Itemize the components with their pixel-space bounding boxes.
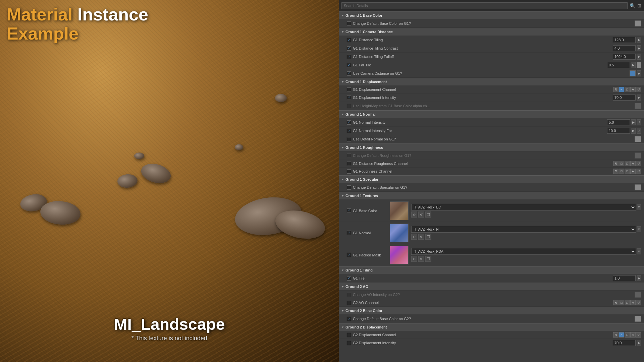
section-ground1-displacement[interactable]: ▼ Ground 1 Displacement [339,78,644,86]
section-ground1-textures[interactable]: ▼ Ground 1 Textures [339,192,644,200]
checkbox-g2-disp-int[interactable] [347,341,351,345]
ch-A[interactable]: A [630,87,636,92]
arrow-tex-g1-bc[interactable]: ▼ [637,204,641,210]
arrow-tex-g1-n[interactable]: ▼ [637,226,641,232]
ch-A-dr[interactable]: A [630,161,636,166]
checkbox-change-spec[interactable] [347,185,351,190]
checkbox-g1-pm-tex[interactable] [347,253,351,257]
ch-sq-g2d[interactable]: □ [625,332,630,338]
checkbox-g1-disp-ch[interactable] [347,87,351,92]
section-ground1-base-color[interactable]: ▼ Ground 1 Base Color [339,11,644,19]
ch-reset-g2d[interactable]: ↺ [636,332,641,338]
checkbox-g1-dist-contrast[interactable] [347,46,351,51]
ch-reset-r[interactable]: ↺ [636,169,641,174]
section-ground2-base-color[interactable]: ▼ Ground 2 Base Color [339,307,644,315]
ch-reset[interactable]: ↺ [636,87,641,92]
checkbox-g1-bc-tex[interactable] [347,208,351,213]
ch-sq-g2ao[interactable]: □ [619,300,624,305]
ch-check-g2d[interactable]: ✓ [619,332,624,338]
ch-sq2-dr[interactable]: □ [625,161,630,166]
checkbox-g2-ao-ch[interactable] [347,301,351,305]
toggle-use-cam-dist[interactable] [630,70,636,76]
texture-thumb-g1-pm[interactable] [390,246,409,264]
section-ground1-specular[interactable]: ▼ Ground 1 Specular [339,175,644,183]
checkbox-detail-norm[interactable] [347,137,351,141]
tex-browse-g1-bc[interactable]: ⊙ [411,212,417,218]
search-input[interactable] [341,2,628,9]
ch-sq2-r[interactable]: □ [625,169,630,174]
checkbox-change-rough[interactable] [347,154,351,158]
arrow-g1-norm-int[interactable]: ▶ [631,119,636,125]
tex-copy-g1-pm[interactable]: ❐ [425,256,431,262]
swatch-specular[interactable] [635,184,641,190]
ch-R-g2d[interactable]: R [613,332,619,338]
tex-browse-g1-n[interactable]: ⊙ [411,234,417,240]
input-g1-norm-int[interactable] [607,119,630,125]
arrow-tex-g1-pm[interactable]: ▼ [637,248,641,254]
arrow-g1-disp-int[interactable]: ▶ [637,95,641,101]
tex-reset-g1-pm[interactable]: ↺ [418,256,424,262]
ch-A-r[interactable]: A [630,169,636,174]
arrow-g1-dist-falloff[interactable]: ▶ [637,54,641,60]
texture-select-g1-bc[interactable]: T_ACZ_Rock_BC [411,204,636,210]
ch-reset-g2ao[interactable]: ↺ [636,300,641,305]
tex-copy-g1-bc[interactable]: ❐ [425,212,431,218]
texture-select-g1-pm[interactable]: T_ACZ_Rock_RDA [411,248,636,255]
ch-R-r[interactable]: R [613,169,619,174]
arrow-use-cam-dist[interactable]: ▶ [637,70,641,76]
swatch-ao-g2[interactable] [635,292,641,298]
ch-sq-r[interactable]: □ [619,169,624,174]
checkbox-g1-norm-int[interactable] [347,120,351,125]
swatch-roughness[interactable] [635,153,641,159]
texture-select-g1-n[interactable]: T_ACZ_Rock_N [411,226,636,233]
section-ground1-roughness[interactable]: ▼ Ground 1 Roughness [339,143,644,152]
ch-R-g2ao[interactable]: R [613,300,619,305]
checkbox-g1-disp-int[interactable] [347,96,351,100]
ch-check[interactable]: ✓ [619,87,624,92]
tex-browse-g1-pm[interactable]: ⊙ [411,256,417,262]
color-swatch-bc[interactable] [635,20,641,26]
tex-reset-g1-n[interactable]: ↺ [418,234,424,240]
checkbox-g1-dist-falloff[interactable] [347,55,351,59]
panel-content[interactable]: ▼ Ground 1 Base Color Change Default Bas… [339,11,644,362]
checkbox-rough-ch[interactable] [347,169,351,174]
arrow-g1-far-tile[interactable]: ▶ [631,62,636,68]
arrow-g1-tile[interactable]: ▶ [637,275,641,281]
texture-thumb-g1-n[interactable] [390,224,409,242]
swatch-detail-norm[interactable] [635,136,641,142]
ch-R-dr[interactable]: R [613,161,619,166]
input-g1-tile[interactable] [613,275,636,281]
ch-R[interactable]: R [613,87,619,92]
search-expand-icon[interactable]: ⊞ [637,3,641,8]
input-g1-dist-contrast[interactable] [613,45,636,51]
checkbox-g1-norm-far[interactable] [347,129,351,133]
ch-A-g2ao[interactable]: A [630,300,636,305]
checkbox-use-cam-dist[interactable] [347,71,351,76]
checkbox-change-ao-g27[interactable] [347,293,351,297]
input-g1-dist-tiling[interactable] [613,37,636,43]
swatch-bc-g2[interactable] [635,316,641,322]
section-ground1-camera-distance[interactable]: ▼ Ground 1 Camera Distance [339,28,644,36]
texture-thumb-g1-bc[interactable] [390,201,409,220]
ch-sq2-g2ao[interactable]: □ [625,300,630,305]
ch-reset-dr[interactable]: ↺ [636,161,641,166]
input-g2-disp-int[interactable] [613,340,636,346]
arrow-g2-disp-int[interactable]: ▶ [637,340,641,346]
checkbox-g1-tile[interactable] [347,276,351,281]
checkbox-g2-disp-ch[interactable] [347,333,351,337]
ch-sq-dr[interactable]: □ [619,161,624,166]
input-g1-far-tile[interactable] [607,62,630,68]
tex-copy-g1-n[interactable]: ❐ [425,234,431,240]
tex-reset-g1-bc[interactable]: ↺ [418,212,424,218]
section-ground2-ao[interactable]: ▼ Ground 2 AO [339,283,644,291]
section-ground1-normal[interactable]: ▼ Ground 1 Normal [339,110,644,118]
checkbox-g1-dist-tiling[interactable] [347,38,351,42]
swatch-heightmap[interactable] [635,103,641,109]
checkbox-heightmap[interactable] [347,104,351,108]
arrow-g1-norm-far[interactable]: ▶ [631,128,636,134]
swatch-g1-far-tile[interactable] [637,62,641,68]
ch-sq[interactable]: □ [625,87,630,92]
checkbox-dist-rough-ch[interactable] [347,162,351,166]
reset-g1-norm-far[interactable]: ↺ [637,128,641,134]
input-g1-norm-far[interactable] [607,128,630,134]
